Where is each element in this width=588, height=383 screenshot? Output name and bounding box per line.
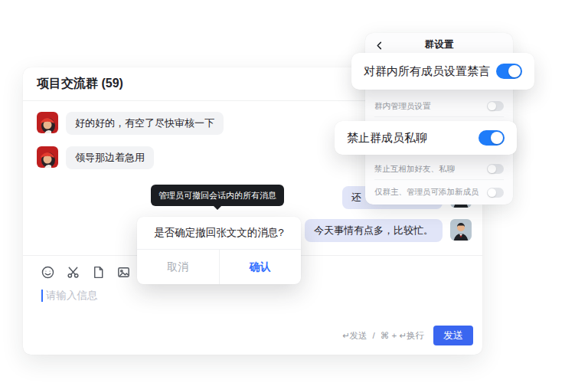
settings-row: 禁止互相加好友、私聊 — [374, 159, 504, 180]
settings-title: 群设置 — [425, 38, 454, 51]
scissors-icon[interactable] — [65, 264, 80, 280]
message-bubble[interactable]: 领导那边着急用 — [66, 146, 154, 169]
toggle-switch[interactable] — [487, 101, 504, 111]
woman-avatar-image — [37, 112, 58, 133]
message-row: 好的好的，有空了尽快审核一下 — [37, 112, 224, 135]
settings-row-label: 群内管理员设置 — [374, 101, 431, 112]
input-placeholder: 请输入信息 — [46, 289, 98, 303]
chevron-left-icon[interactable] — [373, 39, 385, 51]
toggle-switch[interactable] — [487, 188, 504, 198]
file-icon[interactable] — [90, 264, 106, 280]
avatar[interactable] — [450, 219, 472, 241]
mute-all-members-card: 对群内所有成员设置禁言 — [351, 53, 534, 90]
send-button[interactable]: 发送 — [433, 326, 473, 345]
settings-row: 仅群主、管理员可添加新成员 — [374, 182, 504, 203]
message-bubble[interactable]: 好的好的，有空了尽快审核一下 — [66, 112, 224, 135]
avatar[interactable] — [37, 146, 58, 168]
setting-card-label: 禁止群成员私聊 — [347, 131, 427, 146]
toggle-switch[interactable] — [496, 64, 522, 79]
recall-confirm-dialog: 是否确定撤回张文文的消息? 取消 确认 — [137, 217, 301, 284]
settings-row-label: 仅群主、管理员可添加新成员 — [374, 187, 479, 198]
message-row: 领导那边着急用 — [37, 146, 154, 169]
send-shortcut-hint: ↵发送 / ⌘ + ↵换行 — [342, 330, 424, 342]
settings-row-label: 禁止互相加好友、私聊 — [374, 164, 455, 175]
text-caret — [41, 290, 43, 302]
message-row: 今天事情有点多，比较忙。 — [305, 219, 472, 242]
hint-newline: ⌘ + ↵换行 — [381, 330, 424, 342]
confirm-button[interactable]: 确认 — [219, 250, 302, 284]
image-icon[interactable] — [116, 264, 131, 280]
settings-row: 群内管理员设置 — [374, 96, 504, 117]
setting-card-label: 对群内所有成员设置禁言 — [364, 64, 490, 79]
composer-footer: ↵发送 / ⌘ + ↵换行 发送 — [342, 326, 473, 345]
hint-divider: / — [373, 331, 375, 340]
dialog-buttons: 取消 确认 — [137, 249, 301, 284]
message-bubble[interactable]: 今天事情有点多，比较忙。 — [305, 219, 443, 242]
hint-enter: ↵发送 — [342, 330, 368, 342]
emoji-icon[interactable] — [40, 264, 55, 280]
toggle-switch[interactable] — [479, 130, 505, 146]
recall-tooltip: 管理员可撤回会话内的所有消息 — [151, 185, 284, 206]
message-input[interactable]: 请输入信息 — [41, 289, 98, 303]
woman-avatar-image — [37, 146, 58, 168]
dialog-question: 是否确定撤回张文文的消息? — [137, 217, 301, 249]
avatar[interactable] — [37, 112, 58, 133]
screenshot-stage: 项目交流群 (59) 好的好的，有空了尽快审核一下 — [0, 0, 588, 383]
forbid-private-chat-card: 禁止群成员私聊 — [335, 121, 517, 155]
toggle-switch[interactable] — [487, 164, 504, 174]
cancel-button[interactable]: 取消 — [137, 250, 219, 284]
composer-toolbar — [40, 264, 131, 280]
man-avatar-image — [450, 219, 472, 241]
